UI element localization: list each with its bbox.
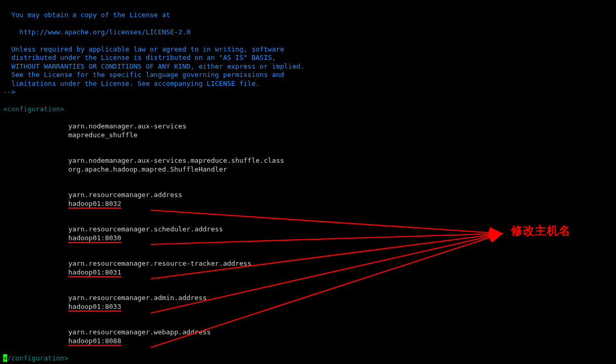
hostname-value: hadoop01:8031 [68,268,121,277]
annotation-label: 修改主机名 [511,227,571,236]
code-content: You may obtain a copy of the License at … [3,11,613,363]
configuration-close-tag: /configuration> [7,354,68,362]
license-comment: You may obtain a copy of the License at … [3,11,304,96]
hostname-value: hadoop01:8033 [68,303,121,311]
hostname-value: hadoop01:8030 [68,234,121,243]
cursor-highlight: < [3,354,7,362]
configuration-open-tag: <configuration> [3,105,64,113]
hostname-value: hadoop01:8088 [68,337,121,346]
terminal-viewport[interactable]: You may obtain a copy of the License at … [0,0,616,364]
hostname-value: hadoop01:8032 [68,200,121,209]
